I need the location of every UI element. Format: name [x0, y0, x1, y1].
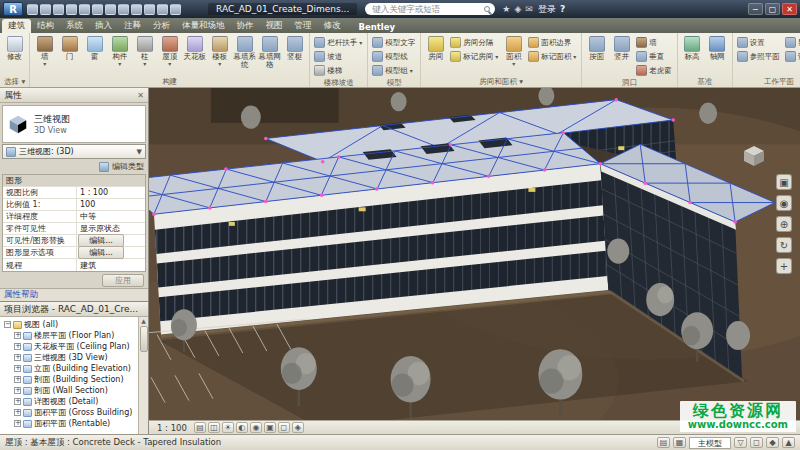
tree-item[interactable]: +三维视图 (3D View) — [2, 352, 138, 363]
app-logo-icon[interactable]: R — [3, 2, 23, 16]
tab-结构[interactable]: 结构 — [31, 19, 60, 33]
tree-item[interactable]: +面积平面 (Rentable) — [2, 418, 138, 429]
viewcube-icon[interactable]: ▣ — [776, 174, 792, 190]
print-icon[interactable] — [92, 4, 103, 15]
tab-修改[interactable]: 修改 — [318, 19, 347, 33]
redo-icon[interactable] — [79, 4, 90, 15]
open-icon[interactable] — [27, 4, 38, 15]
property-value[interactable]: 100 — [77, 200, 145, 209]
visual-style-icon[interactable]: ◫ — [208, 422, 220, 433]
thin-lines-icon[interactable] — [170, 4, 181, 15]
search-icon[interactable] — [484, 6, 490, 12]
align-dimension-icon[interactable] — [118, 4, 129, 15]
wall-opening-button[interactable]: 墙 — [634, 36, 674, 49]
browser-scrollbar[interactable]: ▲ — [138, 317, 148, 434]
render-icon[interactable]: ◉ — [250, 422, 262, 433]
property-value[interactable]: 1 : 100 — [77, 188, 145, 197]
expander-icon[interactable]: − — [4, 321, 11, 328]
design-option-select[interactable]: 主模型 — [689, 437, 731, 449]
apply-button[interactable]: 应用 — [102, 274, 144, 287]
tree-item[interactable]: +剖面 (Wall Section) — [2, 385, 138, 396]
room-tag-button[interactable]: 标记房间▾ — [448, 50, 500, 63]
tag-icon[interactable] — [131, 4, 142, 15]
design-options-icon[interactable]: ▦ — [673, 437, 686, 448]
zoom-icon[interactable]: ⊕ — [776, 216, 792, 232]
panel-label[interactable]: 房间和面积 ▾ — [422, 76, 580, 87]
expander-icon[interactable]: + — [14, 398, 21, 405]
search-input[interactable] — [370, 3, 481, 15]
floor-button[interactable]: 楼板▾ — [207, 35, 232, 76]
viewcube[interactable] — [742, 144, 766, 168]
close-button[interactable]: ✕ — [782, 3, 797, 15]
select-lock-icon[interactable]: ◆ — [766, 437, 779, 448]
door-button[interactable]: 门 — [57, 35, 82, 76]
tab-视图[interactable]: 视图 — [260, 19, 289, 33]
properties-help-link[interactable]: 属性帮助 — [0, 288, 148, 301]
tab-体量和场地[interactable]: 体量和场地 — [176, 19, 231, 33]
close-icon[interactable]: ✕ — [137, 91, 144, 100]
model-text-button[interactable]: 模型文字 — [370, 36, 417, 49]
stair-button[interactable]: 楼梯 — [312, 64, 364, 77]
level-button[interactable]: 标高 — [680, 35, 705, 76]
tab-协作[interactable]: 协作 — [231, 19, 260, 33]
building-3d-model[interactable] — [149, 88, 800, 420]
opening-by-face-button[interactable]: 按面 — [584, 35, 609, 77]
property-value[interactable]: 中等 — [77, 211, 145, 222]
panel-label[interactable]: 构建 — [31, 76, 308, 87]
model-line-button[interactable]: 模型线 — [370, 50, 417, 63]
worksets-icon[interactable]: ▤ — [657, 437, 670, 448]
tab-注释[interactable]: 注释 — [118, 19, 147, 33]
tree-item[interactable]: +天花板平面 (Ceiling Plan) — [2, 341, 138, 352]
expander-icon[interactable]: + — [14, 387, 21, 394]
undo-icon[interactable] — [66, 4, 77, 15]
type-selector[interactable]: 三维视图: (3D) ▼ — [2, 144, 146, 159]
crop-view-icon[interactable]: ▣ — [264, 422, 276, 433]
crop-visibility-icon[interactable]: ◻ — [278, 422, 290, 433]
detail-level-icon[interactable]: ▤ — [194, 422, 206, 433]
show-workplane-button[interactable]: 显示 — [783, 36, 800, 49]
tab-分析[interactable]: 分析 — [147, 19, 176, 33]
ref-plane-button[interactable]: 参照平面 — [735, 50, 782, 63]
set-workplane-button[interactable]: 设置 — [735, 36, 782, 49]
sign-in-button[interactable]: 登录 — [538, 3, 556, 16]
unlock-3d-icon[interactable]: ◈ — [292, 422, 304, 433]
window-button[interactable]: 窗 — [82, 35, 107, 76]
expander-icon[interactable]: + — [14, 343, 21, 350]
edit-button[interactable]: 编辑... — [78, 246, 124, 259]
help-search-box[interactable] — [365, 3, 495, 15]
panel-label[interactable]: 洞口 — [583, 77, 676, 88]
expander-icon[interactable]: + — [14, 409, 21, 416]
section-icon[interactable] — [157, 4, 168, 15]
tree-item[interactable]: −视图 (all) — [2, 319, 138, 330]
curtain-system-button[interactable]: 幕墙系统 — [232, 35, 257, 76]
property-value[interactable]: 建筑 — [77, 260, 145, 271]
panel-label[interactable]: 模型 — [369, 77, 419, 88]
drawing-area[interactable]: ▣◉⊕↻+ 绿色资源网 www.downcc.com 1 : 100 ▤◫☀◐◉… — [149, 88, 800, 434]
pan-icon[interactable]: + — [776, 258, 792, 274]
edit-type-button[interactable]: 编辑类型 — [0, 159, 148, 174]
room-button[interactable]: 房间 — [423, 35, 448, 76]
hide-elements-icon[interactable]: ◻ — [750, 437, 763, 448]
project-browser-header[interactable]: 项目浏览器 - RAC_AD_01_Cre... — [0, 302, 148, 317]
tab-插入[interactable]: 插入 — [89, 19, 118, 33]
room-separator-button[interactable]: 房间分隔 — [448, 36, 500, 49]
expander-icon[interactable]: + — [14, 332, 21, 339]
tab-管理[interactable]: 管理 — [289, 19, 318, 33]
tree-item[interactable]: +详图视图 (Detail) — [2, 396, 138, 407]
expander-icon[interactable]: + — [14, 420, 21, 427]
tab-Bentley[interactable]: Bentley — [353, 21, 402, 33]
expander-icon[interactable]: + — [14, 365, 21, 372]
expander-icon[interactable]: + — [14, 354, 21, 361]
tree-item[interactable]: +立面 (Building Elevation) — [2, 363, 138, 374]
scrollbar-thumb[interactable] — [140, 326, 148, 352]
ceiling-button[interactable]: 天花板 — [182, 35, 207, 76]
area-button[interactable]: 面积▾ — [501, 35, 526, 76]
star-icon[interactable]: ★ — [501, 4, 511, 14]
viewer-button[interactable]: 查看器 — [783, 50, 800, 63]
shaft-button[interactable]: 竖井 — [609, 35, 634, 77]
exchange-icon[interactable]: ◈ — [513, 4, 522, 14]
railing-button[interactable]: 栏杆扶手▾ — [312, 36, 364, 49]
tree-item[interactable]: +剖面 (Building Section) — [2, 374, 138, 385]
3d-view-icon[interactable] — [144, 4, 155, 15]
component-button[interactable]: 构件▾ — [107, 35, 132, 76]
